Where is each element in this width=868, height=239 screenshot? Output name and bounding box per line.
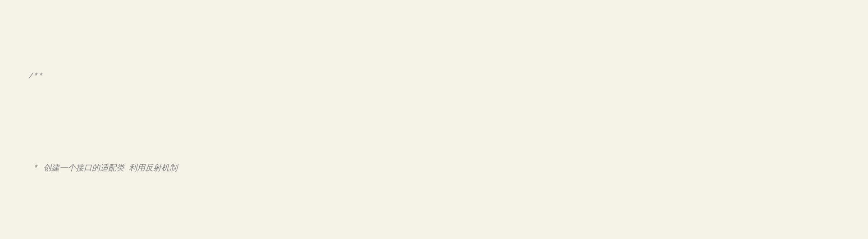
code-line-2: * 创建一个接口的适配类 利用反射机制 bbox=[9, 148, 859, 188]
code-viewer: /** * 创建一个接口的适配类 利用反射机制 * @return */ /un… bbox=[9, 5, 859, 239]
code-line-1: /** bbox=[9, 56, 859, 96]
comment-create: * 创建一个接口的适配类 利用反射机制 bbox=[28, 164, 178, 173]
comment-start: /** bbox=[28, 72, 43, 81]
